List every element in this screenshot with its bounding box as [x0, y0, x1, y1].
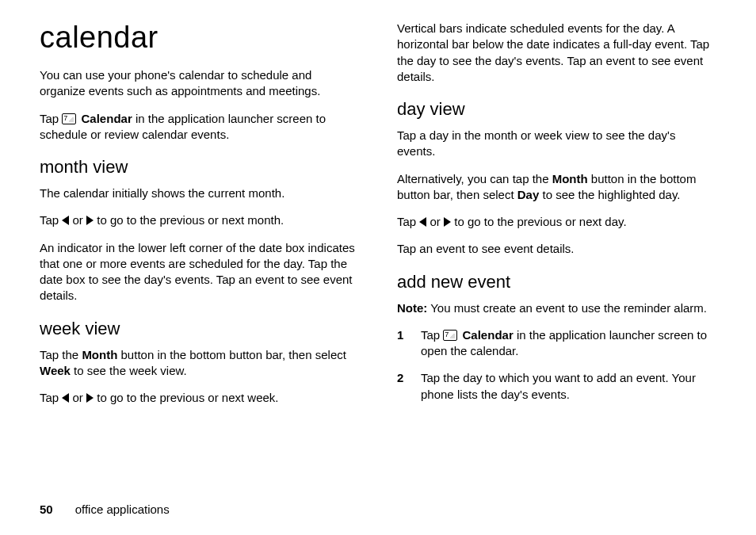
calendar-icon [62, 113, 76, 124]
text-fragment: Tap the [40, 348, 82, 361]
page-footer: 50office applications [40, 503, 170, 516]
calendar-icon [443, 330, 457, 341]
day-view-heading: day view [397, 99, 716, 120]
step-number: 1 [397, 327, 407, 360]
text-fragment: Tap [40, 112, 62, 125]
month-button-label: Month [552, 172, 588, 185]
text-fragment: to go to the previous or next day. [451, 215, 627, 228]
left-column: calendar You can use your phone's calend… [40, 21, 359, 480]
calendar-label: Calendar [82, 112, 132, 125]
day-p2: Alternatively, you can tap the Month but… [397, 171, 716, 204]
note-text: You must create an event to use the remi… [427, 301, 707, 315]
week-p2: Tap or to go to the previous or next wee… [40, 390, 359, 406]
text-fragment: to see the highlighted day. [539, 188, 680, 201]
day-p3: Tap or to go to the previous or next day… [397, 214, 716, 230]
text-fragment: Tap [421, 328, 443, 342]
steps-list: 1 Tap Calendar in the application launch… [397, 327, 716, 403]
month-p1: The calendar initially shows the current… [40, 185, 359, 201]
month-button-label: Month [82, 348, 117, 361]
text-fragment: to see the week view. [71, 364, 187, 377]
triangle-right-icon [86, 216, 94, 225]
text-fragment: Tap [397, 215, 419, 228]
month-p3: An indicator in the lower left corner of… [40, 240, 359, 304]
add-event-heading: add new event [397, 272, 716, 292]
week-view-heading: week view [40, 319, 359, 339]
text-fragment: or [69, 213, 86, 227]
day-p4: Tap an event to see event details. [397, 241, 716, 257]
add-note: Note: You must create an event to use th… [397, 300, 716, 316]
text-fragment: or [426, 215, 444, 228]
text-fragment: to go to the previous or next month. [94, 213, 284, 227]
text-fragment: Tap [40, 213, 62, 227]
page-number: 50 [40, 503, 53, 516]
calendar-label: Calendar [463, 328, 514, 342]
step-text: Tap Calendar in the application launcher… [421, 327, 716, 360]
week-p1: Tap the Month button in the bottom butto… [40, 347, 359, 380]
triangle-left-icon [62, 216, 69, 225]
note-label: Note: [397, 301, 427, 315]
intro-paragraph-1: You can use your phone's calendar to sch… [40, 67, 359, 100]
day-option-label: Day [517, 188, 540, 201]
text-fragment: Tap [40, 391, 62, 404]
text-fragment: button in the bottom button bar, then se… [117, 348, 346, 361]
two-column-layout: calendar You can use your phone's calend… [40, 21, 716, 480]
list-item: 1 Tap Calendar in the application launch… [397, 327, 716, 360]
right-column: Vertical bars indicate scheduled events … [397, 21, 716, 480]
day-p1: Tap a day in the month or week view to s… [397, 128, 716, 160]
week-option-label: Week [40, 364, 71, 377]
text-fragment: Alternatively, you can tap the [397, 172, 552, 185]
text-fragment: to go to the previous or next week. [94, 391, 278, 404]
month-view-heading: month view [40, 157, 359, 178]
month-p2: Tap or to go to the previous or next mon… [40, 212, 359, 228]
triangle-left-icon [419, 217, 426, 227]
triangle-left-icon [62, 393, 69, 403]
intro-paragraph-2: Tap Calendar in the application launcher… [40, 111, 359, 143]
triangle-right-icon [444, 217, 451, 227]
section-label: office applications [75, 503, 170, 516]
manual-page: calendar You can use your phone's calend… [0, 0, 756, 535]
list-item: 2 Tap the day to which you want to add a… [397, 370, 716, 403]
text-fragment: or [69, 391, 86, 404]
step-number: 2 [397, 370, 407, 403]
step-text: Tap the day to which you want to add an … [421, 370, 716, 403]
triangle-right-icon [86, 393, 94, 403]
page-title: calendar [40, 21, 359, 55]
right-top-paragraph: Vertical bars indicate scheduled events … [397, 21, 716, 85]
